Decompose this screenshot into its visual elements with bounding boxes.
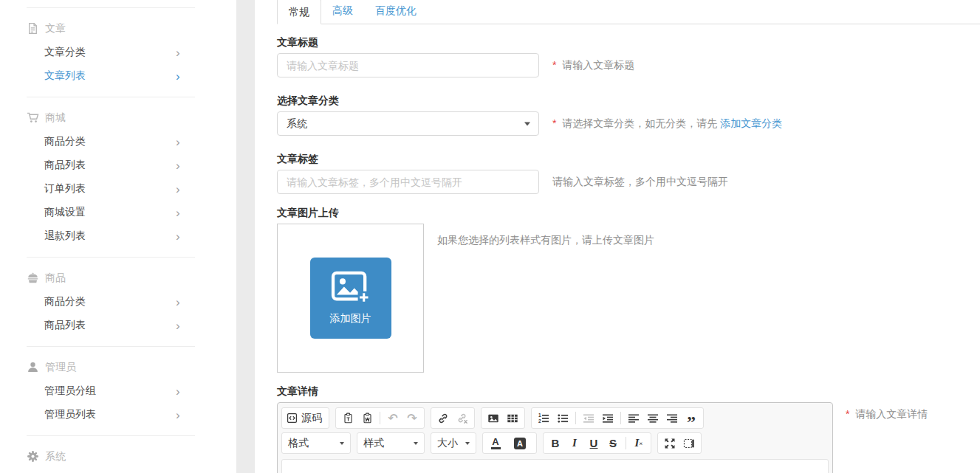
editor-content-area[interactable] (281, 459, 829, 473)
sidebar-item-product-list[interactable]: 商品列表 (0, 314, 236, 337)
category-select[interactable]: 系统 (277, 111, 539, 136)
tab-general[interactable]: 常规 (277, 0, 321, 24)
underline-button[interactable]: U (584, 434, 603, 452)
sidebar-header-label: 文章 (45, 22, 66, 35)
sidebar-item-product-category[interactable]: 商品分类 (0, 290, 236, 314)
align-center-button[interactable] (643, 409, 662, 427)
category-select-value: 系统 (287, 117, 307, 131)
undo-button[interactable]: ↶ (383, 409, 402, 427)
sidebar-header-mall[interactable]: 商城 (0, 106, 236, 130)
remove-format-button[interactable]: I× (629, 434, 648, 452)
field-detail: 文章详情 源码 (277, 384, 980, 473)
sidebar-item-refund-list[interactable]: 退款列表 (0, 224, 236, 248)
sidebar-item-admin-list[interactable]: 管理员列表 (0, 403, 236, 427)
strikethrough-button[interactable]: S (603, 434, 623, 452)
detail-hint: * 请输入文章详情 (846, 408, 928, 421)
basket-icon (27, 272, 39, 284)
add-category-link[interactable]: 添加文章分类 (720, 117, 782, 129)
align-left-button[interactable] (624, 409, 643, 427)
field-image-upload: 文章图片上传 (277, 206, 980, 373)
size-dropdown[interactable]: 大小 (431, 432, 476, 454)
caret-down-icon (414, 442, 418, 445)
styles-dropdown[interactable]: 样式 (357, 432, 425, 454)
chevron-right-icon (176, 320, 180, 332)
chevron-right-icon (176, 159, 180, 172)
decrease-indent-button[interactable] (579, 409, 598, 427)
detail-label: 文章详情 (277, 384, 980, 398)
tab-advanced[interactable]: 高级 (321, 0, 364, 24)
increase-indent-button[interactable] (598, 409, 617, 427)
toolbar-group-basicstyles: B I U S I× (543, 432, 651, 454)
image-upload-label: 文章图片上传 (277, 206, 980, 219)
paste-text-button[interactable] (338, 409, 357, 427)
toolbar-separator (575, 412, 576, 424)
field-tags: 文章标签 请输入文章标签，多个用中文逗号隔开 (277, 152, 980, 194)
sidebar-header-product[interactable]: 商品 (0, 266, 236, 290)
bg-color-button[interactable]: A (509, 434, 534, 452)
article-edit-page: 文章 文章分类 文章列表 商城 (0, 0, 980, 473)
link-button[interactable] (434, 409, 453, 427)
image-upload-dropzone[interactable]: 添加图片 (277, 224, 424, 373)
title-input[interactable] (277, 53, 539, 77)
toolbar-group-insert (481, 407, 525, 429)
toolbar-group-source: 源码 (281, 407, 329, 429)
numbered-list-button[interactable]: 1 2 (534, 409, 553, 427)
toolbar-separator (380, 412, 380, 424)
sidebar-item-goods-category[interactable]: 商品分类 (0, 130, 236, 153)
category-hint: * 请选择文章分类，如无分类，请先 添加文章分类 (552, 117, 782, 131)
tabs-bar: 常规 高级 百度优化 (277, 0, 980, 24)
tags-label: 文章标签 (277, 152, 980, 165)
add-image-icon (331, 271, 371, 307)
sidebar-header-system[interactable]: 系统 (0, 444, 236, 469)
svg-text:2: 2 (538, 418, 541, 424)
sidebar-item-mall-settings[interactable]: 商城设置 (0, 201, 236, 224)
add-image-button[interactable]: 添加图片 (310, 258, 391, 339)
toolbar-group-links (431, 407, 475, 429)
tab-baidu-seo[interactable]: 百度优化 (364, 0, 428, 24)
paste-word-button[interactable] (357, 409, 377, 427)
blockquote-button[interactable]: ” (682, 409, 701, 427)
maximize-button[interactable] (660, 434, 679, 452)
editor-toolbar-row-2: 格式 样式 大小 (281, 430, 829, 455)
tags-input[interactable] (277, 170, 539, 194)
required-asterisk: * (552, 117, 556, 129)
chevron-right-icon (176, 296, 180, 308)
editor-toolbar-row-1: 源码 (281, 405, 829, 430)
styles-dropdown-label: 样式 (363, 437, 384, 450)
chevron-right-icon (176, 207, 180, 219)
sidebar-item-basic-info[interactable]: 基本信息 (0, 469, 236, 473)
italic-button[interactable]: I (565, 434, 584, 452)
tags-hint: 请输入文章标签，多个用中文逗号隔开 (552, 176, 728, 189)
sidebar-item-order-list[interactable]: 订单列表 (0, 177, 236, 201)
sidebar-header-admin[interactable]: 管理员 (0, 355, 236, 379)
source-button-label: 源码 (301, 412, 322, 425)
chevron-right-icon (176, 409, 180, 421)
insert-table-button[interactable] (503, 409, 522, 427)
field-category: 选择文章分类 系统 * 请选择文章分类，如无分类，请先 添加文章分类 (277, 94, 980, 136)
category-label: 选择文章分类 (277, 94, 980, 107)
redo-button[interactable]: ↷ (402, 409, 422, 427)
required-asterisk: * (552, 59, 556, 71)
show-blocks-button[interactable] (679, 434, 699, 452)
sidebar-header-article[interactable]: 文章 (0, 16, 236, 41)
rich-text-editor: 源码 (277, 402, 833, 473)
text-color-button[interactable]: A (485, 434, 509, 452)
sidebar-item-article-category[interactable]: 文章分类 (0, 41, 236, 64)
text-color-icon: A (491, 438, 501, 449)
source-button[interactable]: 源码 (284, 409, 326, 427)
format-dropdown[interactable]: 格式 (281, 432, 351, 454)
insert-image-button[interactable] (484, 409, 503, 427)
caret-down-icon (524, 122, 530, 125)
sidebar-item-admin-group[interactable]: 管理员分组 (0, 379, 236, 403)
sidebar-item-article-list[interactable]: 文章列表 (0, 64, 236, 88)
bulleted-list-button[interactable] (553, 409, 572, 427)
chevron-right-icon (176, 230, 180, 243)
caret-down-icon (340, 442, 344, 445)
sidebar-header-label: 管理员 (45, 361, 76, 374)
sidebar-section-article: 文章 文章分类 文章列表 (0, 8, 236, 97)
caret-down-icon (465, 442, 470, 445)
bold-button[interactable]: B (546, 434, 565, 452)
align-right-button[interactable] (662, 409, 682, 427)
sidebar-item-goods-list[interactable]: 商品列表 (0, 153, 236, 177)
unlink-button[interactable] (453, 409, 472, 427)
